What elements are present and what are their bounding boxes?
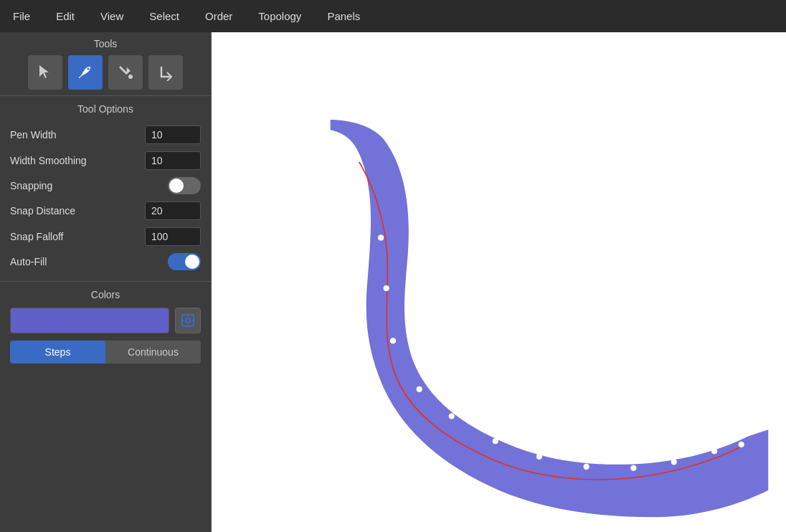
tools-section: Tools [0, 32, 211, 96]
continuous-button[interactable]: Continuous [105, 341, 201, 364]
pen-tool-button[interactable] [68, 55, 103, 90]
svg-point-12 [390, 338, 396, 343]
svg-point-17 [584, 464, 590, 470]
svg-point-15 [493, 438, 498, 444]
menu-topology[interactable]: Topology [252, 7, 307, 25]
menu-file[interactable]: File [7, 7, 36, 25]
auto-fill-row: Auto-Fill [0, 250, 211, 274]
menu-select[interactable]: Select [143, 7, 185, 25]
snap-distance-row: Snap Distance [0, 198, 211, 224]
tool-options-title: Tool Options [0, 103, 211, 115]
svg-point-9 [354, 156, 361, 162]
snap-falloff-label: Snap Falloff [10, 231, 63, 242]
color-row [0, 308, 211, 333]
sidebar: Tools [0, 32, 212, 532]
pen-width-row: Pen Width [0, 122, 211, 148]
pen-width-label: Pen Width [10, 129, 57, 141]
corner-tool-button[interactable] [148, 55, 183, 90]
width-smoothing-input[interactable] [145, 151, 201, 170]
snap-falloff-row: Snap Falloff [0, 224, 211, 250]
svg-point-21 [739, 442, 744, 447]
width-smoothing-row: Width Smoothing [0, 148, 211, 174]
paint-tool-button[interactable] [108, 55, 143, 90]
color-picker-button[interactable] [175, 308, 201, 333]
svg-point-20 [711, 449, 717, 455]
menu-view[interactable]: View [95, 7, 129, 25]
auto-fill-label: Auto-Fill [10, 256, 47, 267]
canvas-area[interactable] [212, 32, 786, 532]
pen-width-input[interactable] [145, 125, 201, 144]
svg-point-4 [186, 318, 190, 323]
svg-point-1 [87, 68, 90, 70]
snap-distance-label: Snap Distance [10, 205, 75, 217]
snapping-toggle[interactable] [168, 177, 201, 194]
main-area: Tools [0, 32, 786, 532]
steps-button[interactable]: Steps [10, 341, 105, 364]
svg-point-19 [671, 460, 677, 465]
svg-point-14 [449, 414, 455, 419]
svg-point-2 [128, 75, 133, 79]
svg-point-16 [536, 454, 542, 460]
svg-point-18 [631, 465, 637, 471]
steps-row: Steps Continuous [0, 341, 211, 364]
svg-point-10 [378, 235, 384, 241]
snap-falloff-input[interactable] [145, 227, 201, 246]
auto-fill-toggle-knob [185, 255, 199, 269]
snap-distance-input[interactable] [145, 201, 201, 220]
menu-edit[interactable]: Edit [50, 7, 80, 25]
auto-fill-toggle[interactable] [168, 253, 201, 270]
snapping-row: Snapping [0, 174, 211, 198]
svg-point-13 [417, 386, 422, 392]
svg-point-11 [384, 285, 389, 291]
menu-order[interactable]: Order [199, 7, 238, 25]
menubar: File Edit View Select Order Topology Pan… [0, 0, 786, 32]
snapping-toggle-knob [169, 179, 184, 193]
colors-section: Colors Steps Continuous [0, 282, 211, 371]
width-smoothing-label: Width Smoothing [10, 155, 87, 166]
snapping-label: Snapping [10, 180, 52, 191]
tools-row [0, 55, 211, 90]
svg-marker-0 [39, 65, 49, 78]
tool-options-section: Tool Options Pen Width Width Smoothing S… [0, 96, 211, 282]
menu-panels[interactable]: Panels [321, 7, 366, 25]
select-tool-button[interactable] [28, 55, 62, 90]
color-swatch[interactable] [10, 308, 169, 333]
tools-title: Tools [0, 38, 211, 49]
colors-title: Colors [0, 289, 211, 300]
